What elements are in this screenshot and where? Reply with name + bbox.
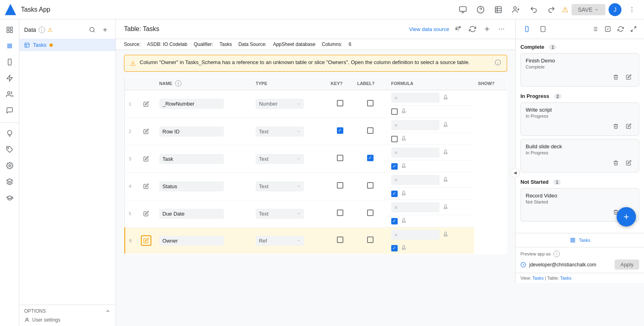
- show-checkbox[interactable]: [391, 191, 398, 197]
- options-header[interactable]: OPTIONS: [24, 308, 111, 314]
- sidebar-layers-btn[interactable]: [2, 174, 17, 189]
- sidebar-puzzle-btn[interactable]: [2, 142, 17, 157]
- tablet-view-btn[interactable]: [537, 23, 549, 35]
- show-checkbox[interactable]: [391, 163, 398, 170]
- formula-input[interactable]: =: [391, 120, 440, 130]
- show-flask-icon[interactable]: [401, 163, 407, 170]
- type-select[interactable]: Ref: [256, 236, 304, 246]
- preview-as-info-icon[interactable]: i: [553, 251, 560, 257]
- field-name-input[interactable]: [159, 154, 224, 164]
- data-add-btn[interactable]: [99, 24, 111, 35]
- type-select[interactable]: Text: [256, 127, 304, 137]
- show-checkbox[interactable]: [391, 218, 398, 224]
- view-link[interactable]: Tasks: [533, 276, 544, 280]
- formula-input[interactable]: =: [391, 175, 440, 185]
- table-link[interactable]: Tasks: [560, 276, 572, 280]
- label-checkbox[interactable]: [367, 210, 374, 216]
- edit-row-btn[interactable]: [141, 235, 151, 246]
- formula-input[interactable]: =: [391, 93, 440, 103]
- more-btn[interactable]: [496, 23, 507, 35]
- show-flask-icon[interactable]: [401, 245, 407, 251]
- delete-task-btn[interactable]: [611, 72, 621, 82]
- formula-input[interactable]: =: [391, 147, 440, 158]
- formula-flask-icon[interactable]: [443, 149, 448, 156]
- apply-button[interactable]: Apply: [615, 260, 639, 270]
- data-info-icon[interactable]: i: [39, 27, 45, 33]
- delete-task-btn[interactable]: [611, 121, 621, 131]
- field-name-input[interactable]: [159, 236, 224, 246]
- label-checkbox[interactable]: [367, 182, 374, 189]
- name-info-icon[interactable]: i: [175, 80, 182, 87]
- edit-task-btn[interactable]: [623, 158, 634, 168]
- sidebar-grid-btn[interactable]: [2, 23, 17, 37]
- key-checkbox[interactable]: [337, 100, 343, 106]
- table-view-icon-btn[interactable]: [491, 2, 506, 17]
- edit-task-btn[interactable]: [623, 72, 634, 82]
- user-avatar[interactable]: J: [609, 3, 621, 16]
- preview-refresh-btn[interactable]: [615, 23, 626, 35]
- sidebar-mobile-btn[interactable]: [2, 55, 17, 69]
- edit-row-btn[interactable]: [141, 99, 151, 109]
- field-name-input[interactable]: [159, 181, 224, 191]
- filter-btn[interactable]: [452, 23, 464, 35]
- show-checkbox[interactable]: [391, 136, 398, 142]
- view-data-source-btn[interactable]: View data source: [409, 26, 450, 32]
- user-settings-item[interactable]: User settings: [24, 317, 111, 323]
- type-select[interactable]: Number: [256, 99, 304, 109]
- formula-input[interactable]: =: [391, 230, 440, 240]
- help-icon-btn[interactable]: [473, 2, 488, 17]
- edit-row-btn[interactable]: [141, 208, 151, 219]
- key-checkbox[interactable]: [337, 182, 343, 189]
- add-column-btn[interactable]: [481, 23, 493, 35]
- sidebar-bolt-btn[interactable]: [2, 71, 17, 85]
- preview-filter-btn[interactable]: [589, 23, 601, 35]
- mobile-view-btn[interactable]: [520, 23, 533, 35]
- sidebar-chat-btn[interactable]: [2, 103, 17, 118]
- key-checkbox[interactable]: [337, 237, 343, 243]
- add-user-icon-btn[interactable]: [509, 2, 523, 17]
- formula-flask-icon[interactable]: [443, 122, 448, 129]
- sidebar-bulb-btn[interactable]: [2, 126, 17, 141]
- fab-add-btn[interactable]: +: [617, 207, 636, 226]
- label-checkbox[interactable]: [367, 237, 374, 243]
- label-checkbox[interactable]: [367, 100, 374, 106]
- type-select[interactable]: Text: [256, 181, 304, 191]
- show-flask-icon[interactable]: [401, 135, 407, 142]
- show-flask-icon[interactable]: [401, 108, 407, 115]
- show-flask-icon[interactable]: [401, 218, 407, 224]
- field-name-input[interactable]: [159, 127, 224, 137]
- preview-icon-btn[interactable]: [456, 2, 470, 17]
- formula-flask-icon[interactable]: [443, 231, 448, 238]
- undo-icon-btn[interactable]: [526, 2, 541, 17]
- formula-flask-icon[interactable]: [443, 176, 448, 183]
- field-name-input[interactable]: [159, 99, 224, 109]
- redo-icon-btn[interactable]: [544, 2, 559, 17]
- delete-task-btn[interactable]: [611, 158, 621, 168]
- key-checkbox[interactable]: [337, 127, 343, 134]
- type-select[interactable]: Text: [256, 209, 304, 219]
- data-item-tasks[interactable]: Tasks: [19, 39, 116, 51]
- edit-row-btn[interactable]: [141, 181, 151, 191]
- refresh-btn[interactable]: [467, 23, 478, 35]
- banner-info-icon[interactable]: [495, 59, 501, 67]
- field-name-input[interactable]: [159, 209, 224, 219]
- label-checkbox[interactable]: [367, 127, 374, 134]
- sidebar-table-btn[interactable]: [2, 39, 17, 53]
- key-checkbox[interactable]: [337, 210, 343, 216]
- save-button[interactable]: SAVE: [572, 4, 605, 15]
- sidebar-graduation-btn[interactable]: [2, 191, 17, 205]
- formula-input[interactable]: =: [391, 202, 440, 212]
- formula-flask-icon[interactable]: [443, 94, 448, 101]
- show-checkbox[interactable]: [391, 245, 398, 251]
- edit-row-btn[interactable]: [141, 126, 151, 137]
- preview-checkbox-btn[interactable]: [602, 23, 613, 35]
- type-select[interactable]: Text: [256, 154, 304, 164]
- sidebar-users-btn[interactable]: [2, 87, 17, 102]
- preview-expand-btn[interactable]: [628, 23, 639, 35]
- key-checkbox[interactable]: [337, 155, 343, 161]
- formula-flask-icon[interactable]: [443, 204, 448, 211]
- edit-task-btn[interactable]: [623, 121, 634, 131]
- panel-expand-arrow[interactable]: ◀: [510, 168, 520, 178]
- data-search-btn[interactable]: [87, 24, 98, 35]
- more-options-btn[interactable]: [625, 2, 639, 17]
